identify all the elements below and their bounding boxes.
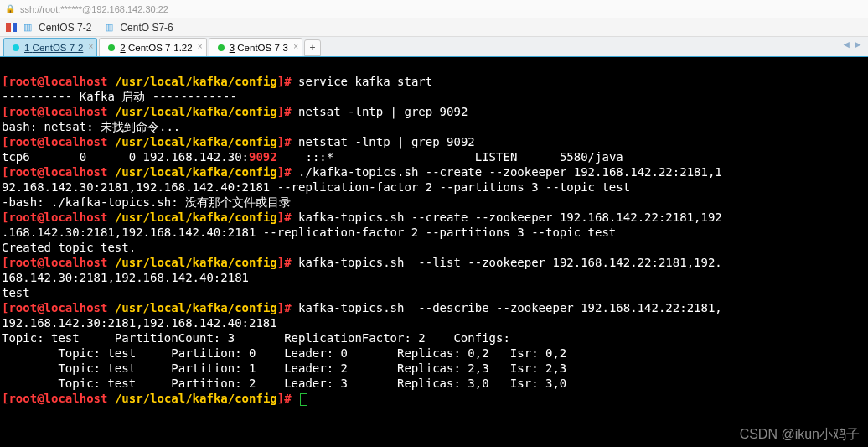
- out-created-topic: Created topic test.: [2, 241, 136, 254]
- cmd-create-topic-fail: ./kafka-topics.sh --create --zookeeper 1…: [298, 165, 722, 179]
- document-icon[interactable]: ▥: [103, 22, 115, 34]
- toolbar-session-1[interactable]: CentOS 7-2: [39, 22, 91, 34]
- close-icon[interactable]: ×: [89, 42, 94, 51]
- cursor-icon: [300, 393, 307, 406]
- close-icon[interactable]: ×: [198, 42, 203, 51]
- cmd-service-kafka-start: service kafka start: [298, 75, 432, 88]
- status-dot-icon: [108, 44, 115, 51]
- toolbar-session-2[interactable]: CentO S7-6: [120, 22, 173, 34]
- toolbar: ▥ CentOS 7-2 ▥ CentO S7-6: [0, 18, 868, 37]
- title-bar: 🔒 ssh://root:******@192.168.142.30:22: [0, 0, 868, 18]
- cmd-netstat: netstat -lntp | grep 9092: [298, 135, 475, 148]
- add-tab-button[interactable]: +: [304, 39, 321, 56]
- watermark: CSDN @ikun小鸡子: [740, 427, 860, 442]
- out-bash-error: bash: netsat: 未找到命令...: [2, 120, 180, 133]
- tab-next-icon[interactable]: ►: [853, 39, 863, 50]
- cmd-list-topics: kafka-topics.sh --list --zookeeper 192.1…: [298, 256, 722, 269]
- tab-bar: 1 CentOS 7-2 × 2 CentOS 7-1.22 × 3 CentO…: [0, 37, 868, 57]
- cmd-describe-topics: kafka-topics.sh --describe --zookeeper 1…: [298, 301, 722, 314]
- ssh-address: ssh://root:******@192.168.142.30:22: [20, 4, 168, 14]
- terminal[interactable]: [root@localhost /usr/local/kafka/config]…: [0, 57, 868, 447]
- out-describe-header: Topic: test PartitionCount: 3 Replicatio…: [2, 331, 517, 345]
- cmd-netsat: netsat -lntp | grep 9092: [298, 105, 468, 118]
- tab-centos-7-1-22[interactable]: 2 CentOS 7-1.22 ×: [99, 38, 206, 56]
- tab-centos-7-2[interactable]: 1 CentOS 7-2 ×: [3, 38, 97, 56]
- panels-split-icon[interactable]: [5, 22, 17, 34]
- tab-prev-icon[interactable]: ◄: [841, 39, 851, 50]
- document-icon[interactable]: ▥: [22, 22, 34, 34]
- out-kafka-start: ---------- Kafka 启动 ------------: [2, 90, 237, 103]
- out-partition-0: Topic: test Partition: 0 Leader: 0 Repli…: [2, 346, 566, 360]
- status-dot-icon: [218, 44, 225, 51]
- out-partition-2: Topic: test Partition: 2 Leader: 3 Repli…: [2, 377, 566, 390]
- close-icon[interactable]: ×: [293, 42, 298, 51]
- status-dot-icon: [13, 44, 19, 51]
- lock-icon: 🔒: [5, 4, 15, 13]
- out-no-such-file: -bash: ./kafka-topics.sh: 没有那个文件或目录: [2, 195, 291, 209]
- out-partition-1: Topic: test Partition: 1 Leader: 2 Repli…: [2, 361, 566, 375]
- cmd-create-topic: kafka-topics.sh --create --zookeeper 192…: [298, 211, 722, 224]
- tab-nav-arrows: ◄ ►: [841, 39, 863, 50]
- out-list-test: test: [2, 286, 30, 299]
- tab-centos-7-3[interactable]: 3 CentOS 7-3 ×: [209, 38, 302, 56]
